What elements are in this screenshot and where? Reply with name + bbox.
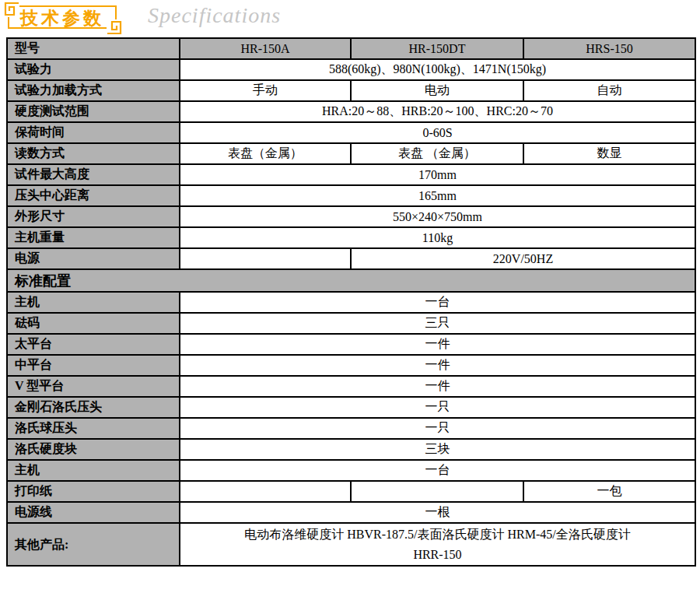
row-label: 电源 xyxy=(7,248,180,269)
row-label: 试件最大高度 xyxy=(7,164,180,185)
row-label: V 型平台 xyxy=(7,376,180,397)
table-row: 保荷时间 0-60S xyxy=(7,122,695,143)
fret-decoration-icon xyxy=(2,0,19,17)
table-row: 试验力 588(60kg)、980N(100kg)、1471N(150kg) xyxy=(7,59,695,80)
cell-value: 110kg xyxy=(180,227,695,248)
cell-value: 一台 xyxy=(180,292,695,313)
table-section-row: 标准配置 xyxy=(7,269,695,292)
row-label: 型号 xyxy=(7,38,180,59)
row-label: 主机 xyxy=(7,460,180,481)
cell-value: HRS-150 xyxy=(523,38,695,59)
table-row: 读数方式 表盘（金属） 表盘 （金属） 数显 xyxy=(7,143,695,164)
cell-value: 165mm xyxy=(180,185,695,206)
row-label: 外形尺寸 xyxy=(7,206,180,227)
row-label: 试验力加载方式 xyxy=(7,80,180,101)
table-row: 试件最大高度 170mm xyxy=(7,164,695,185)
row-label: 主机重量 xyxy=(7,227,180,248)
row-label: 其他产品: xyxy=(7,523,180,566)
table-row: 外形尺寸 550×240×750mm xyxy=(7,206,695,227)
table-row: 压头中心距离 165mm xyxy=(7,185,695,206)
table-row: 中平台 一件 xyxy=(7,355,695,376)
table-row: 主机 一台 xyxy=(7,460,695,481)
fret-decoration-icon xyxy=(107,19,124,37)
cell-value: 表盘（金属） xyxy=(180,143,351,164)
cell-value: HR-150A xyxy=(180,38,351,59)
spec-sheet-page: 技术参数 Specifications 型号 HR-150A HR-150DT … xyxy=(0,0,700,600)
cell-empty xyxy=(180,481,351,502)
cell-value: 一件 xyxy=(180,376,695,397)
cell-value: 三只 xyxy=(180,313,695,334)
row-label: 打印纸 xyxy=(7,481,180,502)
cell-value: 550×240×750mm xyxy=(180,206,695,227)
cell-value: 手动 xyxy=(180,80,351,101)
cell-value: HR-150DT xyxy=(351,38,523,59)
table-row: 试验力加载方式 手动 电动 自动 xyxy=(7,80,695,101)
page-title-text: 技术参数 xyxy=(20,8,104,28)
row-label: 读数方式 xyxy=(7,143,180,164)
row-label: 主机 xyxy=(7,292,180,313)
table-row: 电源线 一根 xyxy=(7,502,695,523)
cell-value: 一台 xyxy=(180,460,695,481)
page-header: 技术参数 Specifications xyxy=(0,0,700,37)
cell-empty xyxy=(180,248,351,269)
table-row: 主机重量 110kg xyxy=(7,227,695,248)
row-label: 洛氏球压头 xyxy=(7,418,180,439)
cell-value: 588(60kg)、980N(100kg)、1471N(150kg) xyxy=(180,59,695,80)
table-row-power: 电源 220V/50HZ xyxy=(7,248,695,269)
page-subtitle: Specifications xyxy=(148,3,281,28)
cell-value: 三块 xyxy=(180,439,695,460)
table-row-printer-paper: 打印纸 一包 xyxy=(7,481,695,502)
row-label: 洛氏硬度块 xyxy=(7,439,180,460)
table-row: 太平台 一件 xyxy=(7,334,695,355)
table-row: V 型平台 一件 xyxy=(7,376,695,397)
row-label: 中平台 xyxy=(7,355,180,376)
row-label: 保荷时间 xyxy=(7,122,180,143)
cell-value: 一根 xyxy=(180,502,695,523)
table-row: 主机 一台 xyxy=(7,292,695,313)
cell-value: 表盘 （金属） xyxy=(351,143,523,164)
cell-empty xyxy=(351,481,523,502)
table-row: 洛氏硬度块 三块 xyxy=(7,439,695,460)
spec-table: 型号 HR-150A HR-150DT HRS-150 试验力 588(60kg… xyxy=(6,37,696,567)
table-row: 洛氏球压头 一只 xyxy=(7,418,695,439)
row-label: 硬度测试范围 xyxy=(7,101,180,122)
cell-value: 一只 xyxy=(180,397,695,418)
cell-value: 电动布洛维硬度计 HBVR-187.5/表面洛氏硬度计 HRM-45/全洛氏硬度… xyxy=(180,523,695,566)
cell-value: 一件 xyxy=(180,334,695,355)
row-label: 电源线 xyxy=(7,502,180,523)
table-row: 金刚石洛氏压头 一只 xyxy=(7,397,695,418)
cell-value: 自动 xyxy=(523,80,695,101)
table-row-other-products: 其他产品: 电动布洛维硬度计 HBVR-187.5/表面洛氏硬度计 HRM-45… xyxy=(7,523,695,566)
cell-value: 170mm xyxy=(180,164,695,185)
cell-value: 数显 xyxy=(523,143,695,164)
table-row: 砝码 三只 xyxy=(7,313,695,334)
table-row-model: 型号 HR-150A HR-150DT HRS-150 xyxy=(7,38,695,59)
page-title: 技术参数 xyxy=(8,5,117,29)
row-label: 压头中心距离 xyxy=(7,185,180,206)
cell-value: 一包 xyxy=(523,481,695,502)
section-header: 标准配置 xyxy=(7,269,695,292)
cell-value: 一件 xyxy=(180,355,695,376)
row-label: 太平台 xyxy=(7,334,180,355)
row-label: 金刚石洛氏压头 xyxy=(7,397,180,418)
row-label: 砝码 xyxy=(7,313,180,334)
cell-value: 电动 xyxy=(351,80,523,101)
cell-value: 220V/50HZ xyxy=(351,248,695,269)
row-label: 试验力 xyxy=(7,59,180,80)
cell-value: 一只 xyxy=(180,418,695,439)
cell-value: 0-60S xyxy=(180,122,695,143)
cell-value: HRA:20～88、HRB:20～100、HRC:20～70 xyxy=(180,101,695,122)
table-row: 硬度测试范围 HRA:20～88、HRB:20～100、HRC:20～70 xyxy=(7,101,695,122)
